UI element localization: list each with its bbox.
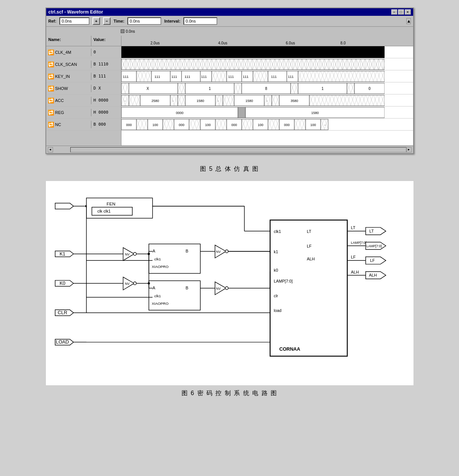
marker-row: 0.0ns xyxy=(46,27,413,36)
signal-row-clkscan: 🔁 CLK_SCAN B 1110 xyxy=(46,58,121,70)
signal-panel-padding xyxy=(46,131,121,146)
circuit-diagram: CLK FEN clk clk1 K1 NV K0 NV xyxy=(45,181,414,386)
acc-svg: - 2580 - 1580 - 1580 xyxy=(121,94,385,106)
ref-input[interactable] xyxy=(59,17,89,25)
svg-rect-45 xyxy=(347,83,354,94)
svg-text:111: 111 xyxy=(288,75,294,79)
lt-output-text: LT xyxy=(369,229,374,233)
xiaopro1-b-label: B xyxy=(185,249,188,253)
name-column-header: Name: xyxy=(46,36,91,46)
scrollbar-area: ◄ ► xyxy=(46,146,413,153)
load-label: LOAD xyxy=(56,339,69,345)
vscroll-up[interactable]: ▲ xyxy=(406,18,411,24)
cornaa-lf-inside: LF xyxy=(307,244,312,248)
k0-label: K0 xyxy=(59,281,65,286)
window-title: ctrl.scf - Waveform Editor xyxy=(48,9,103,15)
scroll-left-button[interactable]: ◄ xyxy=(48,147,53,152)
wave-keyin: 111 111 111 111 111 111 xyxy=(121,70,413,82)
time-input[interactable] xyxy=(127,17,161,25)
xiaopro2-clk-label: clk1 xyxy=(154,294,161,298)
nc-svg: 000 100 000 100 000 xyxy=(121,119,385,131)
svg-rect-10 xyxy=(136,71,151,82)
svg-text:111: 111 xyxy=(228,75,234,79)
svg-rect-19 xyxy=(212,71,227,82)
signal-name-show: 🔁 SHOW xyxy=(46,85,91,92)
minimize-button[interactable]: − xyxy=(391,9,397,15)
nv2-label: NV xyxy=(125,282,129,286)
svg-rect-36 xyxy=(178,83,185,94)
svg-text:1: 1 xyxy=(209,87,211,91)
svg-text:000: 000 xyxy=(179,123,184,127)
window-controls[interactable]: − □ × xyxy=(391,9,411,15)
nv4-label: NV xyxy=(216,287,220,290)
signal-name-keyin: 🔁 KEY_IN xyxy=(46,73,91,80)
signal-row-acc: 🔁 ACC H 0000 xyxy=(46,94,121,106)
value-column-header: Value: xyxy=(91,36,121,46)
cornaa-k0: k0 xyxy=(274,268,278,272)
signal-value-clk4m: 0 xyxy=(91,49,121,55)
svg-rect-88 xyxy=(189,119,200,130)
svg-text:8: 8 xyxy=(265,87,267,91)
scroll-left-controls[interactable]: ◄ xyxy=(48,147,70,152)
wave-clk4m xyxy=(121,46,413,58)
cornaa-clr: clr xyxy=(274,294,278,298)
nv4-bubble xyxy=(225,287,228,290)
cornaa-clk1: clk1 xyxy=(274,229,281,234)
svg-text:-: - xyxy=(173,99,174,103)
scale-1: 4.0us xyxy=(189,41,257,45)
cornaa-block xyxy=(270,220,347,356)
svg-rect-68 xyxy=(272,95,279,106)
signal-row-clk4m: 🔁 CLK_4M 0 xyxy=(46,46,121,58)
wave-clkscan xyxy=(121,58,413,70)
figure5-caption: 图 5 总 体 仿 真 图 xyxy=(200,165,259,173)
svg-rect-56 xyxy=(170,95,178,106)
horizontal-scrollbar[interactable] xyxy=(70,147,406,152)
svg-text:000: 000 xyxy=(284,123,289,127)
svg-text:111: 111 xyxy=(185,75,190,79)
interval-label: Interval: xyxy=(164,19,180,23)
svg-rect-63 xyxy=(223,95,234,106)
clk4m-svg xyxy=(121,46,385,58)
nv3-label: NV xyxy=(216,250,220,254)
scale-3: 8.0 xyxy=(324,41,362,45)
signal-name-reg: 🔁 REG xyxy=(46,109,91,116)
waveform-body: Name: Value: 🔁 CLK_4M 0 🔁 CLK_SCAN B 111… xyxy=(46,36,413,146)
svg-rect-61 xyxy=(215,95,223,106)
waveform-rows: 111 111 111 111 111 111 xyxy=(121,46,413,146)
svg-text:100: 100 xyxy=(258,123,263,127)
svg-text:100: 100 xyxy=(152,123,158,127)
signal-header: Name: Value: xyxy=(46,36,121,46)
waveform-scale: 2.0us 4.0us 6.0us 8.0 xyxy=(121,36,413,46)
maximize-button[interactable]: □ xyxy=(398,9,404,15)
svg-rect-66 xyxy=(264,95,272,106)
svg-rect-33 xyxy=(121,83,129,94)
svg-text:0000: 0000 xyxy=(176,111,183,115)
svg-rect-82 xyxy=(136,119,148,130)
marker-handle[interactable] xyxy=(121,29,124,33)
interval-input[interactable] xyxy=(183,17,217,25)
svg-rect-100 xyxy=(294,119,306,130)
xiaopro1-a-label: A xyxy=(152,249,155,253)
svg-text:100: 100 xyxy=(310,123,316,127)
alh-output-text: ALH xyxy=(369,273,377,277)
wave-nc: 000 100 000 100 000 xyxy=(121,119,413,131)
close-button[interactable]: × xyxy=(405,9,411,15)
svg-rect-24 xyxy=(253,71,268,82)
signal-value-reg: H 0000 xyxy=(91,109,121,116)
increment-button[interactable]: + xyxy=(92,17,100,25)
clr-label: CLR xyxy=(58,310,67,315)
decrement-button[interactable]: − xyxy=(103,17,111,25)
lf-output-text: LF xyxy=(370,258,375,263)
clkscan-svg xyxy=(121,58,385,70)
signal-value-acc: H 0000 xyxy=(91,97,121,103)
cornaa-load: load xyxy=(274,308,281,313)
show-svg: X 1 8 1 0 xyxy=(121,82,385,94)
svg-text:000: 000 xyxy=(231,123,237,127)
scroll-right-button[interactable]: ► xyxy=(406,147,412,152)
svg-text:-: - xyxy=(218,99,219,103)
nv2-bubble xyxy=(133,282,136,285)
svg-text:111: 111 xyxy=(201,75,207,79)
lf-label-right: LF xyxy=(351,255,356,259)
reg-svg: 0000 1580 xyxy=(121,106,385,119)
scale-0: 2.0us xyxy=(121,41,189,45)
